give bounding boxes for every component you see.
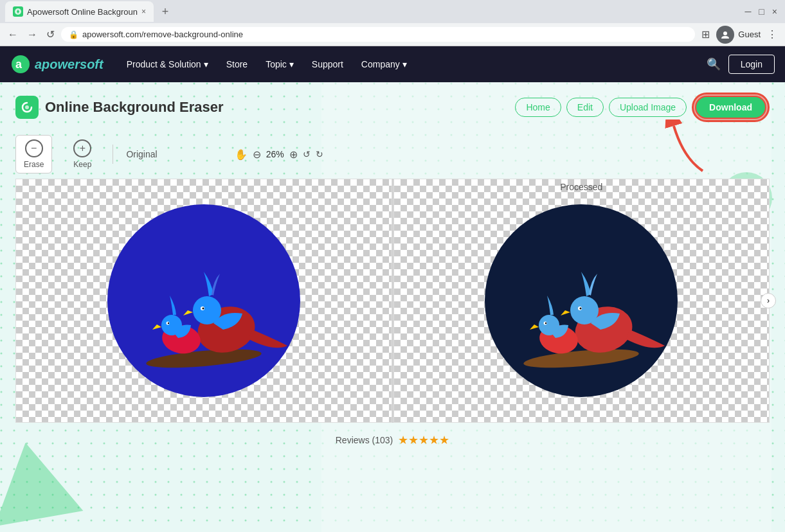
- svg-point-9: [145, 346, 262, 371]
- arrow-annotation: [664, 120, 716, 180]
- erase-label: Erase: [24, 160, 44, 169]
- reviews-text: Reviews (103) ★★★★★: [336, 433, 449, 447]
- tab-favicon: [13, 6, 23, 17]
- app-title-area: Online Background Eraser: [15, 96, 224, 119]
- tool-separator: [113, 145, 113, 164]
- nav-product-solution[interactable]: Product & Solution ▾: [119, 54, 216, 75]
- new-tab-button[interactable]: +: [156, 3, 174, 21]
- svg-text:a: a: [15, 58, 23, 71]
- address-bar: ← → ↺ 🔒 apowersoft.com/remove-background…: [0, 23, 785, 46]
- erase-icon: −: [25, 139, 43, 157]
- svg-point-1: [723, 31, 727, 35]
- keep-label: Keep: [73, 160, 91, 169]
- dropdown-arrow-icon-2: ▾: [289, 59, 294, 69]
- processed-panel: Processed: [393, 179, 770, 423]
- reviews-label: Reviews (103): [336, 435, 393, 445]
- back-button[interactable]: ←: [5, 26, 21, 43]
- rotate-right-button[interactable]: ↻: [316, 149, 323, 159]
- original-panel: [15, 179, 392, 423]
- svg-point-11: [193, 296, 221, 324]
- forward-button[interactable]: →: [24, 26, 40, 43]
- svg-point-26: [545, 323, 546, 324]
- dropdown-arrow-icon: ▾: [204, 59, 208, 69]
- window-controls: ─ □ ×: [742, 4, 780, 19]
- bird-svg-left: [114, 211, 294, 391]
- browser-tab[interactable]: Apowersoft Online Backgroun ×: [5, 1, 154, 22]
- original-label: Original: [126, 149, 157, 159]
- nav-menu: Product & Solution ▾ Store Topic ▾ Suppo…: [119, 54, 691, 75]
- browser-tab-bar: Apowersoft Online Backgroun × + ─ □ ×: [0, 0, 785, 23]
- logo-text: apowersoft: [35, 57, 104, 72]
- minimize-button[interactable]: ─: [742, 4, 753, 19]
- dropdown-arrow-icon-3: ▾: [402, 59, 407, 69]
- svg-point-17: [168, 323, 169, 324]
- original-canvas: [15, 179, 392, 423]
- svg-point-24: [539, 315, 559, 335]
- svg-point-13: [202, 308, 204, 310]
- zoom-in-button[interactable]: ⊕: [289, 148, 298, 161]
- nav-store[interactable]: Store: [219, 54, 255, 75]
- app-icon: [15, 96, 39, 119]
- keep-icon: +: [73, 139, 91, 157]
- processed-bird-image: [485, 204, 678, 397]
- svg-point-7: [25, 105, 29, 109]
- app-navbar: a apowersoft Product & Solution ▾ Store …: [0, 46, 785, 82]
- search-button[interactable]: 🔍: [707, 57, 721, 71]
- side-panel-toggle[interactable]: ›: [761, 293, 776, 308]
- pan-button[interactable]: ✋: [235, 148, 248, 161]
- refresh-button[interactable]: ↺: [44, 26, 57, 43]
- logo-icon: a: [10, 54, 31, 75]
- chrome-menu-button[interactable]: ⋮: [764, 26, 780, 43]
- svg-point-18: [523, 346, 640, 371]
- header-buttons: Home Edit Upload Image Download: [515, 93, 770, 122]
- upload-image-button[interactable]: Upload Image: [609, 98, 687, 117]
- nav-right: 🔍 Login: [707, 55, 775, 74]
- zoom-level: 26%: [266, 149, 284, 159]
- download-button[interactable]: Download: [695, 96, 766, 119]
- keep-tool[interactable]: + Keep: [65, 135, 100, 173]
- svg-point-20: [570, 296, 599, 324]
- browser-right-controls: ⊞ Guest ⋮: [699, 26, 780, 44]
- tab-close-btn[interactable]: ×: [141, 7, 146, 16]
- home-button[interactable]: Home: [515, 98, 561, 117]
- user-label: Guest: [738, 30, 761, 39]
- processed-canvas: Processed: [393, 179, 770, 423]
- rating-stars: ★★★★★: [398, 433, 449, 447]
- zoom-out-button[interactable]: ⊖: [253, 148, 261, 161]
- nav-topic[interactable]: Topic ▾: [258, 54, 302, 75]
- bird-svg-right: [491, 211, 671, 391]
- download-btn-wrapper: Download: [692, 93, 770, 122]
- maximize-button[interactable]: □: [756, 4, 766, 19]
- download-highlight: Download: [692, 93, 770, 122]
- svg-point-22: [580, 308, 582, 310]
- user-avatar[interactable]: [716, 26, 734, 44]
- erase-tool[interactable]: − Erase: [15, 135, 52, 173]
- processed-label: Processed: [560, 182, 602, 192]
- svg-point-15: [161, 315, 182, 335]
- lock-icon: 🔒: [69, 30, 78, 39]
- zoom-controls: ✋ ⊖ 26% ⊕ ↺ ↻: [235, 148, 323, 161]
- address-field[interactable]: 🔒 apowersoft.com/remove-background-onlin…: [61, 27, 695, 42]
- page-content: Online Background Eraser Home Edit Uploa…: [0, 82, 785, 532]
- original-bird-image: [107, 204, 300, 397]
- reviews-section: Reviews (103) ★★★★★: [0, 423, 785, 457]
- edit-button[interactable]: Edit: [566, 98, 604, 117]
- logo-area: a apowersoft: [10, 54, 104, 75]
- tab-title: Apowersoft Online Backgroun: [27, 7, 138, 17]
- rotate-left-button[interactable]: ↺: [303, 149, 311, 159]
- nav-support[interactable]: Support: [304, 54, 351, 75]
- nav-company[interactable]: Company ▾: [354, 54, 415, 75]
- extensions-button[interactable]: ⊞: [699, 26, 712, 43]
- close-window-button[interactable]: ×: [770, 4, 780, 19]
- address-text: apowersoft.com/remove-background-online: [82, 30, 243, 39]
- canvas-area: Processed: [0, 179, 785, 423]
- app-title: Online Background Eraser: [45, 99, 224, 116]
- login-button[interactable]: Login: [728, 55, 775, 74]
